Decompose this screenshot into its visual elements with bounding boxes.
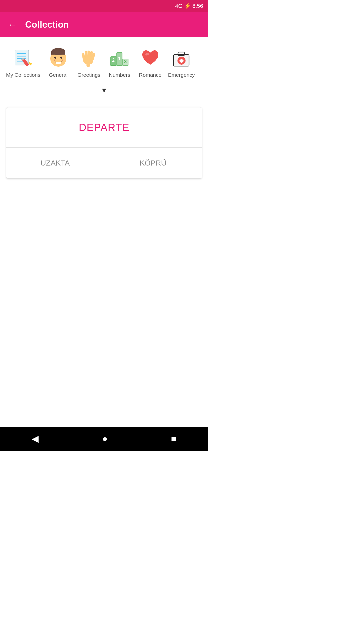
card-area: DEPARTE UZAKTA KÖPRÜ	[0, 101, 208, 185]
categories-section: My Collections	[0, 37, 208, 101]
svg-point-14	[62, 60, 63, 61]
card-option-b-text: KÖPRÜ	[140, 159, 166, 167]
my-collections-icon	[12, 46, 34, 69]
card-option-b[interactable]: KÖPRÜ	[104, 148, 202, 178]
category-label-numbers: Numbers	[109, 71, 130, 78]
category-label-greetings: Greetings	[77, 71, 100, 78]
card-option-a[interactable]: UZAKTA	[6, 148, 104, 178]
time-display: 8:56	[192, 3, 203, 9]
flash-card: DEPARTE UZAKTA KÖPRÜ	[6, 107, 202, 179]
category-label-my-collections: My Collections	[6, 71, 40, 78]
card-top[interactable]: DEPARTE	[6, 107, 202, 148]
nav-bar: ◀ ● ■	[0, 427, 208, 451]
app-bar: ← Collection	[0, 12, 208, 37]
signal-indicator: 4G	[175, 3, 183, 9]
romance-icon	[139, 46, 162, 69]
card-main-word: DEPARTE	[79, 122, 129, 134]
svg-text:3: 3	[124, 59, 127, 64]
card-option-a-text: UZAKTA	[40, 159, 70, 167]
expand-categories-button[interactable]: ▾	[4, 83, 204, 99]
app-title: Collection	[25, 19, 69, 30]
svg-point-13	[54, 60, 55, 61]
nav-recent-button[interactable]: ■	[167, 429, 180, 448]
svg-point-12	[60, 57, 62, 59]
category-numbers[interactable]: 2 1 3 Numbers	[105, 43, 134, 81]
battery-icon: ⚡	[184, 3, 191, 9]
general-icon	[47, 46, 70, 69]
svg-point-11	[54, 57, 56, 59]
svg-point-22	[83, 57, 93, 65]
category-label-emergency: Emergency	[168, 71, 195, 78]
svg-text:1: 1	[118, 56, 121, 61]
category-label-romance: Romance	[139, 71, 162, 78]
status-icons: 4G ⚡ 8:56	[175, 3, 203, 9]
greetings-icon	[78, 46, 100, 69]
emergency-icon	[170, 46, 193, 69]
svg-rect-34	[179, 60, 184, 62]
card-bottom: UZAKTA KÖPRÜ	[6, 148, 202, 178]
numbers-icon: 2 1 3	[108, 46, 131, 69]
svg-rect-10	[51, 52, 65, 55]
category-general[interactable]: General	[43, 43, 73, 81]
category-my-collections[interactable]: My Collections	[4, 43, 42, 81]
svg-rect-15	[56, 62, 61, 64]
category-label-general: General	[49, 71, 68, 78]
chevron-down-icon: ▾	[102, 85, 106, 95]
svg-text:2: 2	[112, 58, 115, 63]
category-greetings[interactable]: Greetings	[74, 43, 104, 81]
back-button[interactable]: ←	[6, 18, 19, 31]
categories-scroll: My Collections	[4, 43, 204, 83]
nav-home-button[interactable]: ●	[98, 429, 112, 448]
category-emergency[interactable]: Emergency	[166, 43, 197, 81]
category-romance[interactable]: Romance	[135, 43, 165, 81]
nav-back-button[interactable]: ◀	[28, 429, 43, 448]
status-bar: 4G ⚡ 8:56	[0, 0, 208, 12]
